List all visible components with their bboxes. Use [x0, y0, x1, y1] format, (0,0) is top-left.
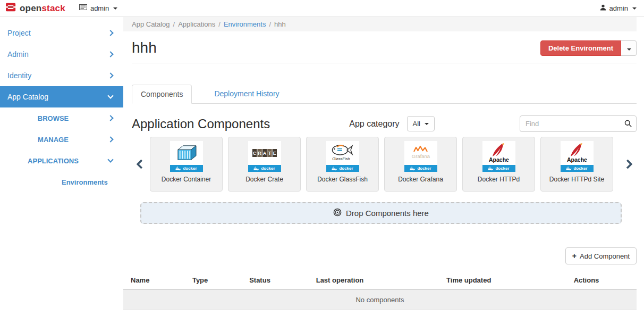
sidebar-item-project[interactable]: Project — [0, 22, 123, 44]
sidebar-item-browse[interactable]: BROWSE — [0, 107, 123, 129]
chevron-right-icon — [107, 30, 113, 36]
project-context-dropdown[interactable]: admin — [79, 4, 117, 12]
component-card-docker-glassfish[interactable]: GlassFish docker Docker GlassFish — [306, 137, 379, 192]
tab-deployment-history[interactable]: Deployment History — [206, 85, 287, 104]
find-input[interactable] — [520, 115, 637, 132]
components-carousel: docker Docker Container — [132, 137, 637, 192]
docker-whale-icon — [410, 167, 416, 171]
breadcrumb-item-current: hhh — [274, 20, 286, 28]
main-content: App Catalog/Applications/Environments/hh… — [123, 17, 644, 315]
sidebar-item-label: BROWSE — [0, 114, 106, 122]
find-search — [520, 115, 637, 132]
docker-badge: docker — [170, 165, 203, 172]
chevron-down-icon — [107, 156, 113, 162]
docker-badge: docker — [326, 165, 359, 172]
sidebar-item-environments[interactable]: Environments — [0, 171, 123, 193]
openstack-cube-icon — [5, 2, 16, 14]
brand-text-stack: stack — [41, 3, 65, 13]
user-icon — [600, 4, 606, 12]
caret-down-icon — [632, 7, 637, 10]
drop-components-zone[interactable]: Drop Components here — [140, 202, 622, 224]
sidebar-item-label: APPLICATIONS — [0, 157, 106, 165]
delete-environment-dropdown-toggle[interactable] — [621, 40, 637, 56]
components-heading-row: Application Components App category All — [132, 115, 637, 132]
component-card-label: Docker Grafana — [398, 176, 443, 183]
sidebar-item-app-catalog[interactable]: App Catalog — [0, 86, 123, 107]
svg-text:R: R — [258, 151, 261, 156]
component-tile: Grafana docker — [404, 141, 437, 172]
docker-badge-text: docker — [339, 166, 353, 171]
column-header-type: Type — [185, 272, 242, 290]
components-panel: Application Components App category All — [123, 115, 637, 224]
breadcrumb-link-environments[interactable]: Environments — [224, 20, 266, 28]
docker-badge: docker — [482, 165, 515, 172]
components-table: Name Type Status Last operation Time upd… — [123, 272, 637, 310]
sidebar-item-label: Identity — [7, 71, 31, 80]
app-category-dropdown[interactable]: All — [407, 116, 435, 131]
apache-logo-text: Apache — [489, 156, 509, 163]
add-component-label: Add Component — [580, 252, 630, 260]
sidebar-item-identity[interactable]: Identity — [0, 65, 123, 86]
sidebar-item-admin[interactable]: Admin — [0, 44, 123, 65]
app-category-filter: App category All — [349, 116, 435, 131]
empty-state-text: No components — [123, 290, 637, 310]
glassfish-icon: GlassFish — [326, 141, 359, 165]
crate-icon: C R A T E — [248, 141, 281, 165]
component-card-label: Docker Crate — [245, 176, 283, 183]
component-card-label: Docker HTTPd Site — [549, 176, 604, 183]
sidebar-item-applications[interactable]: APPLICATIONS — [0, 150, 123, 171]
component-tile: Apache docker — [482, 141, 515, 172]
component-card-docker-container[interactable]: docker Docker Container — [150, 137, 223, 192]
svg-text:A: A — [262, 151, 266, 156]
docker-badge-text: docker — [417, 166, 431, 171]
component-card-docker-grafana[interactable]: Grafana docker Docker Grafana — [384, 137, 457, 192]
user-name-label: admin — [609, 4, 628, 12]
chevron-right-icon — [107, 51, 113, 57]
search-icon[interactable] — [624, 120, 632, 129]
breadcrumb-item: Applications — [178, 20, 215, 28]
user-menu-dropdown[interactable]: admin — [600, 4, 637, 12]
sidebar-item-label: Environments — [62, 178, 108, 186]
apache-logo-text: Apache — [567, 156, 587, 163]
column-header-status: Status — [242, 272, 309, 290]
chevron-right-icon — [107, 115, 113, 121]
plus-icon: + — [572, 252, 577, 260]
delete-environment-split-button: Delete Environment — [540, 40, 637, 56]
app-category-label: App category — [349, 119, 399, 129]
glassfish-logo-text: GlassFish — [332, 156, 350, 161]
apache-icon: Apache — [482, 141, 515, 165]
tab-bar: Components Deployment History — [132, 85, 637, 104]
sidebar-item-manage[interactable]: MANAGE — [0, 129, 123, 150]
breadcrumb-item: App Catalog — [132, 20, 170, 28]
docker-badge: docker — [561, 165, 594, 172]
component-card-docker-httpd[interactable]: Apache docker Docker HTTPd — [462, 137, 535, 192]
chevron-down-icon — [107, 93, 113, 98]
breadcrumb-separator: / — [269, 20, 271, 28]
component-card-docker-crate[interactable]: C R A T E docker — [228, 137, 301, 192]
tab-components[interactable]: Components — [132, 85, 192, 104]
chevron-left-icon — [136, 159, 146, 169]
caret-down-icon — [627, 48, 631, 51]
docker-badge: docker — [404, 165, 437, 172]
openstack-logo[interactable]: openstack — [5, 2, 65, 14]
grafana-icon: Grafana — [404, 141, 437, 165]
sidebar-item-label: MANAGE — [0, 136, 106, 144]
carousel-next-button[interactable] — [618, 161, 637, 168]
component-card-docker-httpd-site[interactable]: Apache docker Docker HTTPd Site — [540, 137, 613, 192]
component-card-label: Docker HTTPd — [478, 176, 520, 183]
sidebar-item-label: Project — [7, 29, 31, 37]
docker-whale-icon — [253, 167, 259, 171]
component-cards: docker Docker Container — [150, 137, 613, 192]
carousel-prev-button[interactable] — [132, 161, 150, 168]
components-table-section: + Add Component Name Type Status Last op… — [123, 247, 637, 310]
delete-environment-button[interactable]: Delete Environment — [540, 40, 621, 56]
docker-badge-text: docker — [495, 166, 509, 171]
grafana-logo-text: Grafana — [411, 153, 430, 159]
table-header-row: Name Type Status Last operation Time upd… — [123, 272, 637, 290]
add-component-button[interactable]: + Add Component — [565, 247, 637, 264]
component-tile: C R A T E docker — [248, 141, 281, 172]
chevron-right-icon — [107, 136, 113, 142]
bullseye-icon — [333, 208, 342, 219]
docker-badge: docker — [248, 165, 281, 172]
brand-text-open: open — [20, 3, 41, 13]
